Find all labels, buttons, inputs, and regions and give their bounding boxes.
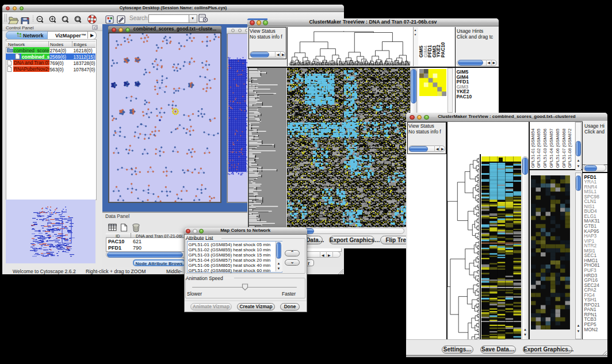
svg-text:GPL51-01 (GSM854: GPL51-01 (GSM854 [530, 129, 536, 168]
svg-text:PAC10: PAC10 [440, 42, 446, 58]
svg-text:GPL51-06 (GSM865: GPL51-06 (GSM865 [555, 129, 560, 168]
svg-text:GPL51-04 (GSM857: GPL51-04 (GSM857 [549, 129, 554, 168]
svg-text:GPL51-08 (GSM872: GPL51-08 (GSM872 [567, 129, 572, 168]
svg-text:GPL51-02 (GSM855: GPL51-02 (GSM855 [536, 129, 541, 168]
svg-text:GPL51-07 (GSM868: GPL51-07 (GSM868 [561, 129, 567, 168]
svg-text:GPL51-03 (GSM856: GPL51-03 (GSM856 [542, 129, 548, 168]
